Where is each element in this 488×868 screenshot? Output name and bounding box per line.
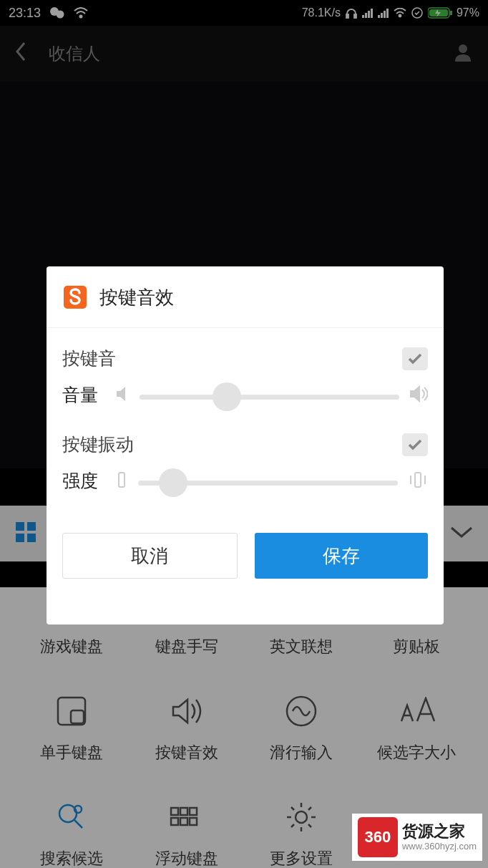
volume-high-icon bbox=[409, 385, 428, 405]
dialog-title: 按键音效 bbox=[99, 285, 174, 310]
svg-rect-45 bbox=[119, 473, 125, 487]
cancel-button[interactable]: 取消 bbox=[62, 533, 238, 579]
volume-slider[interactable] bbox=[140, 392, 399, 398]
sogou-logo-icon bbox=[62, 284, 88, 310]
key-sound-dialog: 按键音效 按键音 音量 按键振动 bbox=[47, 266, 444, 625]
intensity-label: 强度 bbox=[62, 469, 105, 493]
watermark-badge: 360 bbox=[358, 817, 398, 857]
sound-label: 按键音 bbox=[62, 347, 116, 370]
watermark-main: 货源之家 bbox=[402, 822, 477, 841]
intensity-slider[interactable] bbox=[138, 478, 398, 484]
vibrate-checkbox[interactable] bbox=[402, 433, 428, 456]
sound-checkbox[interactable] bbox=[402, 347, 428, 370]
volume-low-icon bbox=[115, 385, 130, 405]
svg-rect-46 bbox=[415, 473, 421, 487]
watermark: 360 货源之家 www.360hyzj.com bbox=[352, 814, 482, 861]
volume-label: 音量 bbox=[62, 383, 105, 407]
vibrate-low-icon bbox=[115, 471, 128, 492]
vibrate-label: 按键振动 bbox=[62, 433, 134, 456]
vibrate-high-icon bbox=[408, 471, 428, 492]
watermark-sub: www.360hyzj.com bbox=[402, 841, 477, 852]
save-button[interactable]: 保存 bbox=[255, 533, 429, 579]
